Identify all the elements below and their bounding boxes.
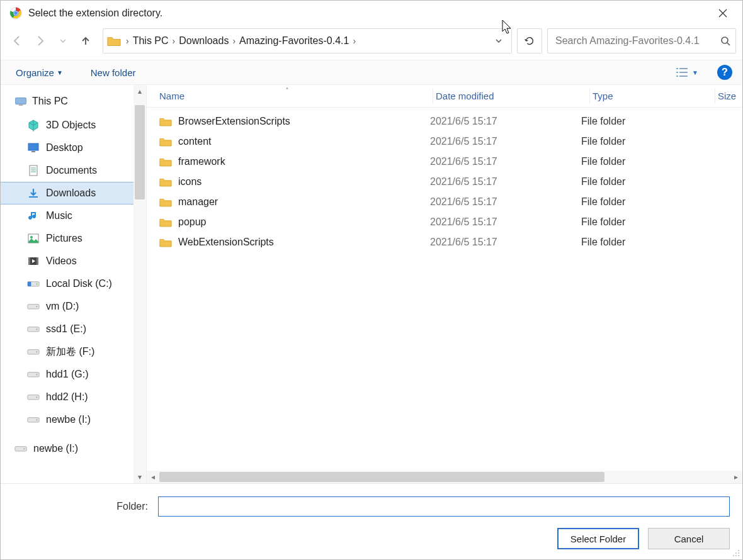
folder-icon [159,237,172,247]
svg-point-28 [37,396,38,398]
chevron-right-icon[interactable]: › [231,36,237,46]
breadcrumb-downloads[interactable]: Downloads [176,29,231,53]
column-type[interactable]: Type [593,91,712,101]
resize-grip-icon[interactable] [732,549,740,557]
file-rows: BrowserExtensionScripts2021/6/5 15:17Fil… [147,108,742,471]
tree-node-label: newbe (I:) [46,414,91,425]
chevron-right-icon[interactable]: › [351,36,357,46]
navigation-pane: This PC 3D ObjectsDesktopDocumentsDownlo… [1,85,147,483]
desktop-icon [27,142,40,154]
scroll-down-icon[interactable]: ▾ [133,471,146,483]
caret-down-icon: ▼ [692,69,698,76]
dialog-window: Select the extension directory. › This P… [0,0,743,560]
column-headers: Name ˄ Date modified Type Size [147,85,742,108]
column-size[interactable]: Size [718,91,742,101]
tree-node-local-disk-c-[interactable]: Local Disk (C:) [1,272,133,295]
select-folder-button[interactable]: Select Folder [557,528,639,549]
column-date-modified[interactable]: Date modified [436,91,587,101]
refresh-button[interactable] [517,28,542,53]
close-button[interactable] [708,3,737,23]
folder-icon [159,116,172,126]
tree-node-documents[interactable]: Documents [1,159,133,182]
tree-node-videos[interactable]: Videos [1,250,133,272]
tree-node-label: Local Disk (C:) [46,278,112,289]
tree[interactable]: This PC 3D ObjectsDesktopDocumentsDownlo… [1,85,133,483]
list-item[interactable]: icons2021/6/5 15:17File folder [147,172,742,192]
file-date: 2021/6/5 15:17 [430,196,581,208]
tree-node--f-[interactable]: 新加卷 (F:) [1,340,133,363]
tree-node-this-pc[interactable]: This PC [1,92,133,114]
search-box[interactable]: Search Amazing-Favorites-0.4.1 [547,28,736,53]
scroll-right-icon[interactable]: ▸ [730,473,742,481]
dialog-buttons: Select Folder Cancel [13,528,730,549]
file-name: icons [178,176,201,188]
scroll-up-icon[interactable]: ▴ [133,85,146,98]
svg-point-22 [37,328,38,330]
file-date: 2021/6/5 15:17 [430,216,581,228]
doc-icon [27,164,40,177]
list-item[interactable]: framework2021/6/5 15:17File folder [147,152,742,172]
caret-down-icon: ▼ [57,69,63,76]
file-date: 2021/6/5 15:17 [430,176,581,188]
scroll-thumb[interactable] [135,105,145,199]
folder-name-row: Folder: [13,496,730,517]
chevron-right-icon[interactable]: › [171,36,177,46]
address-dropdown-button[interactable] [489,37,509,45]
disk-icon [27,413,40,426]
view-mode-button[interactable]: ▼ [672,67,702,77]
tree-node-ssd1-e-[interactable]: ssd1 (E:) [1,318,133,340]
tree-node-label: Music [46,210,72,221]
tree-scrollbar[interactable]: ▴ ▾ [133,85,146,483]
file-type: File folder [581,176,701,188]
body: This PC 3D ObjectsDesktopDocumentsDownlo… [1,85,742,483]
tree-node-downloads[interactable]: Downloads [1,182,133,204]
svg-rect-6 [16,98,26,104]
back-button[interactable] [9,33,26,49]
list-item[interactable]: popup2021/6/5 15:17File folder [147,212,742,232]
column-name[interactable]: Name ˄ [159,91,430,101]
tree-node-desktop[interactable]: Desktop [1,137,133,159]
tree-node-pictures[interactable]: Pictures [1,227,133,250]
tree-items: 3D ObjectsDesktopDocumentsDownloadsMusic… [1,114,133,431]
tree-node-vm-d-[interactable]: vm (D:) [1,295,133,318]
tree-node-label: hdd1 (G:) [46,369,89,380]
svg-point-35 [738,552,739,554]
scroll-left-icon[interactable]: ◂ [147,473,159,481]
organize-menu[interactable]: Organize ▼ [11,60,68,84]
tree-node-label: Documents [46,165,97,176]
tree-node-hdd2-h-[interactable]: hdd2 (H:) [1,386,133,408]
list-item[interactable]: BrowserExtensionScripts2021/6/5 15:17Fil… [147,111,742,132]
tree-node-label: ssd1 (E:) [46,323,86,335]
nav-arrows [7,33,98,49]
breadcrumb-this-pc[interactable]: This PC [130,29,171,53]
recent-locations-button[interactable] [55,33,71,49]
tree-node-drive-extra[interactable]: newbe (I:) [1,437,133,460]
folder-icon [159,157,172,167]
help-button[interactable]: ? [717,65,732,80]
picture-icon [27,232,40,245]
breadcrumb-current[interactable]: Amazing-Favorites-0.4.1 [237,29,351,53]
list-item[interactable]: content2021/6/5 15:17File folder [147,132,742,152]
svg-point-24 [37,351,38,352]
disk-icon [27,345,40,358]
tree-node-music[interactable]: Music [1,204,133,227]
horizontal-scrollbar[interactable]: ◂ ▸ [147,471,742,483]
tree-node-newbe-i-[interactable]: newbe (I:) [1,408,133,431]
tree-node-hdd1-g-[interactable]: hdd1 (G:) [1,363,133,386]
file-type: File folder [581,116,701,127]
scroll-thumb[interactable] [159,472,604,482]
folder-icon [159,217,172,227]
file-date: 2021/6/5 15:17 [430,136,581,147]
list-item[interactable]: manager2021/6/5 15:17File folder [147,192,742,212]
folder-name-input[interactable] [158,496,730,517]
up-button[interactable] [77,33,94,49]
tree-node-label: Videos [46,255,77,267]
list-item[interactable]: WebExtensionScripts2021/6/5 15:17File fo… [147,232,742,252]
cancel-button[interactable]: Cancel [648,528,730,549]
new-folder-button[interactable]: New folder [86,60,141,84]
tree-node-3d-objects[interactable]: 3D Objects [1,114,133,137]
svg-point-18 [37,283,38,284]
address-bar[interactable]: › This PC › Downloads › Amazing-Favorite… [103,28,512,53]
forward-button[interactable] [32,33,48,49]
chevron-right-icon[interactable]: › [125,36,130,46]
